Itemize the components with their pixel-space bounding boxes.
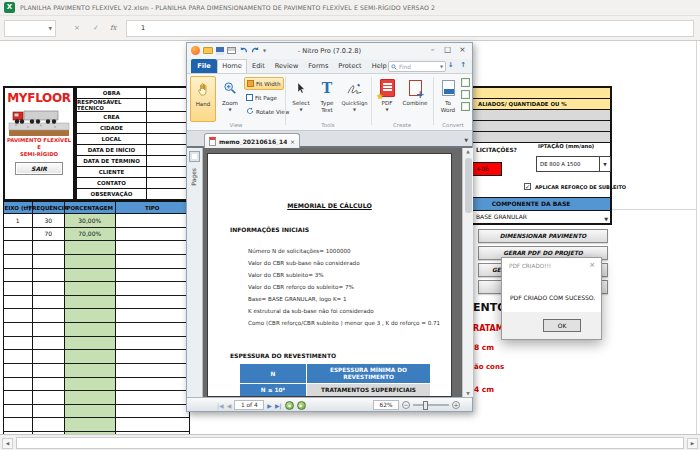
tools-group-caption: Tools (287, 122, 369, 128)
table-row[interactable] (4, 323, 189, 337)
close-tab-icon[interactable]: × (290, 138, 295, 145)
pages-panel-icon[interactable] (189, 151, 200, 162)
last-page-button[interactable]: ▶| (275, 402, 282, 409)
info-label: OBRA (77, 88, 147, 98)
cancel-entry-button[interactable]: × (74, 24, 80, 32)
scrollbar-track[interactable] (16, 437, 684, 449)
combine-icon: + (409, 78, 422, 98)
screen: X PLANILHA PAVIMENTO FLEXIVEL V2.xlsm - … (0, 0, 700, 450)
tab-protect[interactable]: Protect (333, 59, 366, 73)
scroll-left-icon[interactable]: ◀ (2, 438, 13, 449)
gray-band (452, 121, 610, 132)
pages-sidebar-tab[interactable]: Pages (190, 168, 197, 186)
pdf-page[interactable]: MEMORIAL DE CÁLCULO INFORMAÇÕES INICIAIS… (207, 153, 452, 397)
dialog-close-icon[interactable]: × (589, 261, 595, 269)
close-button[interactable]: × (455, 44, 470, 56)
tab-list-dropdown-icon[interactable]: ▼ (464, 137, 468, 143)
precipitation-dropdown[interactable]: DE 800 A 1500 ▼ (536, 156, 611, 172)
dimension-pavement-button[interactable]: DIMENSIONAR PAVIMENTO (478, 229, 608, 243)
next-view-button[interactable]: ▶ (297, 401, 306, 410)
reinforce-checkbox[interactable]: ✓ (524, 183, 531, 190)
zoom-slider[interactable] (413, 404, 449, 406)
table-row[interactable] (4, 418, 189, 432)
table-row[interactable] (4, 269, 189, 283)
tab-forms[interactable]: Forms (303, 59, 333, 73)
dropdown-arrow-icon[interactable]: ▼ (604, 214, 608, 225)
tab-file[interactable]: File (191, 59, 217, 73)
quicksign-button[interactable]: QuickSign ▼ (341, 76, 368, 122)
name-box-dropdown-icon[interactable]: ▼ (49, 26, 52, 31)
find-box[interactable]: Find ▼ (388, 61, 446, 72)
tab-home[interactable]: Home (217, 59, 247, 73)
type-text-icon: T (322, 78, 332, 98)
select-dropdown-icon[interactable]: ▼ (299, 107, 302, 114)
scroll-up-icon[interactable]: ▲ (463, 149, 473, 154)
table-row[interactable] (4, 241, 189, 255)
zoom-tool-button[interactable]: Zoom ▼ (218, 76, 242, 122)
find-next-prev-icons[interactable]: ↓ ↑ (448, 61, 468, 69)
table-row[interactable] (4, 378, 189, 392)
document-tab[interactable]: memo_20210616_1448 × (204, 133, 300, 148)
pdf-dropdown-icon[interactable]: ▼ (385, 107, 388, 114)
nitro-titlebar[interactable]: ▼ - Nitro Pro (7.0.2.8) – □ × (187, 43, 472, 59)
insert-function-button[interactable]: fx (110, 24, 117, 32)
combine-button[interactable]: + Combine (401, 76, 429, 122)
brand-subtitle-2: E (7, 144, 71, 151)
hand-tool-button[interactable]: Hand (190, 76, 216, 122)
nitro-ribbon: Hand Zoom ▼ Fit Width Fit Page Rotate Vi… (187, 74, 472, 131)
quicksign-dropdown-icon[interactable]: ▼ (353, 107, 356, 114)
table-row[interactable] (4, 282, 189, 296)
tab-review[interactable]: Review (270, 59, 304, 73)
zoom-slider-thumb[interactable] (423, 401, 428, 410)
table-row[interactable] (4, 255, 189, 269)
zoom-level-field[interactable]: 62% (373, 400, 399, 410)
table-row[interactable] (4, 296, 189, 310)
table-row[interactable]: 13030,00% (4, 214, 189, 228)
minimize-button[interactable]: – (425, 44, 440, 56)
previous-page-button[interactable]: ◀ (227, 402, 232, 409)
table-row[interactable] (4, 405, 189, 419)
convert-mini-icon[interactable] (461, 78, 470, 87)
scroll-down-icon[interactable]: ▼ (463, 391, 473, 396)
table-row[interactable] (4, 391, 189, 405)
select-tool-button[interactable]: Select ▼ (289, 76, 313, 122)
confirm-entry-button[interactable]: ✓ (93, 24, 99, 32)
table-row[interactable] (4, 350, 189, 364)
exit-button[interactable]: SAIR (15, 162, 63, 175)
convert-mini-icon[interactable] (461, 102, 470, 111)
tab-edit[interactable]: Edit (247, 59, 270, 73)
create-pdf-button[interactable]: ★ PDF ▼ (375, 76, 399, 122)
zoom-out-button[interactable]: − (402, 401, 410, 409)
previous-view-button[interactable]: ◀ (285, 401, 294, 410)
convert-mini-icon[interactable] (461, 90, 470, 99)
zoom-dropdown-icon[interactable]: ▼ (228, 107, 231, 114)
to-word-button[interactable]: To Word (436, 76, 460, 122)
name-box[interactable]: ▼ (4, 20, 56, 37)
dialog-message: PDF CRIADO COM SUCESSO. (510, 294, 595, 301)
first-page-button[interactable]: |◀ (217, 402, 224, 409)
pdf-table-cell: TRATAMENTOS SUPERFICIAIS (307, 384, 430, 396)
dropdown-arrow-icon[interactable]: ▼ (599, 157, 610, 171)
next-page-button[interactable]: ▶ (267, 402, 272, 409)
base-component-dropdown[interactable]: BASE GRANULAR ▼ (452, 210, 610, 223)
zoom-in-button[interactable]: + (452, 401, 460, 409)
excel-horizontal-scrollbar[interactable]: ◀ ▶ (0, 434, 700, 450)
formula-input[interactable]: 1 (126, 20, 694, 37)
table-row[interactable]: 7070,00% (4, 228, 189, 242)
pdf-vertical-scrollbar[interactable]: ▲ ▼ (462, 148, 473, 397)
table-row[interactable] (4, 364, 189, 378)
table-row[interactable] (4, 309, 189, 323)
scroll-right-icon[interactable]: ▶ (687, 438, 698, 449)
find-dropdown-icon[interactable]: ▼ (440, 64, 443, 69)
info-label: LOCAL (77, 134, 147, 144)
fit-page-button[interactable]: Fit Page (244, 91, 279, 104)
maximize-button[interactable]: □ (440, 44, 455, 56)
scrollbar-thumb[interactable] (465, 158, 472, 213)
precipitation-value: DE 800 A 1500 (537, 161, 599, 167)
table-row[interactable] (4, 337, 189, 351)
fit-width-button[interactable]: Fit Width (244, 77, 284, 90)
type-text-button[interactable]: T Type Text (315, 76, 339, 122)
pdf-line: K estrutural da sub-base não foi conside… (248, 308, 374, 314)
page-indicator[interactable]: 1 of 4 (234, 400, 264, 410)
ok-button[interactable]: OK (543, 319, 581, 332)
